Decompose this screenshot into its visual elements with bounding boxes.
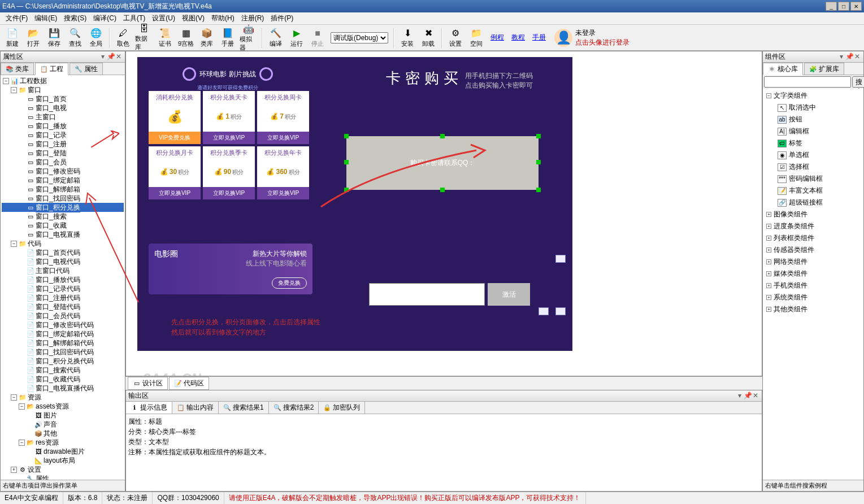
uninstall-button[interactable]: ✖卸载 (418, 26, 438, 50)
selected-label-component[interactable]: 购买卡密请联系QQ： (346, 136, 539, 190)
tab-properties[interactable]: 🔧属性 (70, 63, 103, 75)
tree-toggle-icon[interactable]: + (766, 295, 771, 300)
tree-toggle-icon[interactable]: − (11, 394, 17, 401)
panel-dropdown-icon[interactable]: ▾ (736, 392, 744, 400)
promo-card[interactable]: 电影圈 新热大片等你解锁线上线下电影随心看 免费兑换 (149, 244, 312, 294)
tree-code-item[interactable]: 📄窗口_播放代码 (2, 275, 124, 284)
component-search-input[interactable] (764, 76, 851, 88)
activate-button[interactable]: 激活 (488, 283, 530, 306)
manual-link[interactable]: 手册 (529, 33, 549, 42)
tab-code[interactable]: 📝代码区 (169, 377, 209, 390)
tree-window-item[interactable]: ▭窗口_登陆 (2, 149, 124, 158)
component-item[interactable]: 🏷标签 (764, 137, 862, 149)
tree-toggle-icon[interactable]: − (3, 78, 9, 84)
tab-output[interactable]: 📋输出内容 (172, 402, 219, 414)
tree-code-item[interactable]: 📄窗口_搜索代码 (2, 366, 124, 375)
component-item[interactable]: ***密码编辑框 (764, 173, 862, 185)
component-item[interactable]: ◉单选框 (764, 149, 862, 161)
tree-code-item[interactable]: 📄窗口_记录代码 (2, 284, 124, 293)
tree-code-item[interactable]: 📄窗口_登陆代码 (2, 302, 124, 311)
component-group[interactable]: +媒体类组件 (764, 268, 862, 280)
db-button[interactable]: 🗄数据库 (134, 26, 154, 50)
component-group[interactable]: +进度条类组件 (764, 220, 862, 232)
tree-res-item[interactable]: 🖼图片 (2, 411, 124, 420)
install-button[interactable]: ⬇安装 (397, 26, 418, 50)
tree-code-item[interactable]: 📄窗口_电视代码 (2, 257, 124, 266)
tree-toggle-icon[interactable]: − (19, 440, 25, 446)
component-tree[interactable]: −文字类组件↖取消选中ab按钮A|编辑框🏷标签◉单选框☑选择框***密码编辑框📝… (763, 89, 863, 480)
tab-hint[interactable]: ℹ提示信息 (126, 402, 172, 414)
card-year[interactable]: 积分兑换年卡💰360积分立即兑换VIP (257, 146, 309, 199)
tree-code-item[interactable]: 📄主窗口代码 (2, 266, 124, 275)
menu-compile[interactable]: 编译(C) (90, 12, 120, 24)
card-month[interactable]: 积分兑换月卡💰30积分立即兑换VIP (149, 146, 201, 199)
tree-code-item[interactable]: 📄窗口_绑定邮箱代码 (2, 329, 124, 338)
lib-button[interactable]: 📦类库 (197, 26, 217, 50)
tree-code-item[interactable]: 📄窗口_会员代码 (2, 311, 124, 320)
tree-code-item[interactable]: 📄窗口_收藏代码 (2, 375, 124, 384)
tutorials-link[interactable]: 教程 (508, 33, 528, 42)
tab-encrypt[interactable]: 🔒加密队列 (319, 402, 365, 414)
card-season[interactable]: 积分兑换季卡💰90积分立即兑换VIP (203, 146, 255, 199)
tab-project[interactable]: 📋工程 (35, 63, 68, 75)
promo-button[interactable]: 免费兑换 (272, 277, 307, 289)
tree-window-item[interactable]: ▭窗口_会员 (2, 158, 124, 167)
tree-toggle-icon[interactable]: − (766, 93, 771, 98)
tree-toggle-icon[interactable]: + (766, 224, 771, 229)
tree-window-item[interactable]: ▭窗口_首页 (2, 94, 124, 103)
user-avatar[interactable]: 👤 (554, 29, 572, 47)
tree-res-folder[interactable]: −📁资源 (2, 393, 124, 402)
tree-code-folder[interactable]: −📁代码 (2, 239, 124, 248)
manual-button[interactable]: 📘手册 (218, 26, 238, 50)
tree-window-item[interactable]: ▭窗口_修改密码 (2, 167, 124, 176)
tree-window-item[interactable]: ▭窗口_播放 (2, 121, 124, 131)
card-key-input[interactable] (369, 283, 485, 306)
examples-link[interactable]: 例程 (487, 33, 507, 42)
component-item[interactable]: 🔗超级链接框 (764, 197, 862, 208)
tree-window-item[interactable]: ▭窗口_解绑邮箱 (2, 185, 124, 194)
tree-window-item[interactable]: ▭窗口_电视直播 (2, 230, 124, 239)
tree-toggle-icon[interactable]: + (766, 212, 771, 217)
component-group[interactable]: +列表框类组件 (764, 232, 862, 244)
tree-toggle-icon[interactable]: + (766, 307, 771, 312)
tree-window-item[interactable]: ▭窗口_积分兑换 (2, 203, 124, 212)
ninegrid-button[interactable]: ▦9宫格 (176, 26, 196, 50)
emulator-button[interactable]: 🤖模拟器 (238, 26, 259, 50)
project-tree[interactable]: −📊工程数据−📁窗口▭窗口_首页▭窗口_电视▭主窗口▭窗口_播放▭窗口_记录▭窗… (1, 75, 125, 480)
tree-code-item[interactable]: 📄窗口_修改密码代码 (2, 320, 124, 329)
tab-search2[interactable]: 🔍搜索结果2 (269, 402, 319, 414)
group-text-components[interactable]: −文字类组件 (764, 90, 862, 102)
minimize-button[interactable]: _ (826, 2, 837, 11)
menu-help[interactable]: 帮助(H) (208, 12, 238, 24)
panel-pin-icon[interactable]: 📌 (845, 53, 853, 61)
tree-attrs[interactable]: 🔧属性 (2, 474, 124, 480)
new-button[interactable]: 📄新建 (2, 26, 23, 50)
tree-code-item[interactable]: 📄窗口_解绑邮箱代码 (2, 338, 124, 347)
tree-windows-folder[interactable]: −📁窗口 (2, 85, 124, 94)
save-button[interactable]: 💾保存 (44, 26, 64, 50)
card-week[interactable]: 积分兑换周卡💰7积分立即兑换VIP (257, 91, 309, 144)
tree-code-item[interactable]: 📄窗口_积分兑换代码 (2, 357, 124, 366)
tree-toggle-icon[interactable]: + (766, 283, 771, 288)
tree-assets-folder[interactable]: −📂assets资源 (2, 402, 124, 411)
selection-handle[interactable] (344, 188, 349, 192)
menu-edit[interactable]: 编辑(E) (31, 12, 60, 24)
tree-toggle-icon[interactable]: + (11, 467, 17, 473)
menu-plugin[interactable]: 插件(P) (267, 12, 297, 24)
tree-window-item[interactable]: ▭窗口_注册 (2, 140, 124, 149)
panel-close-icon[interactable]: ✕ (853, 53, 861, 61)
cert-button[interactable]: 📜证书 (155, 26, 175, 50)
component-group[interactable]: +网络类组件 (764, 256, 862, 268)
tree-toggle-icon[interactable]: + (766, 271, 771, 276)
panel-close-icon[interactable]: ✕ (115, 53, 123, 61)
selection-handle[interactable] (440, 134, 445, 138)
component-group[interactable]: +传感器类组件 (764, 244, 862, 256)
tab-core-lib[interactable]: ⚛核心库 (763, 63, 803, 75)
tree-window-item[interactable]: ▭窗口_找回密码 (2, 194, 124, 203)
build-mode-select[interactable]: 调试版(Debug) (331, 32, 388, 44)
component-marker-icon[interactable] (555, 255, 566, 263)
maximize-button[interactable]: □ (838, 2, 849, 11)
tree-res-item[interactable]: 📐layout布局 (2, 456, 124, 465)
output-body[interactable]: 属性：标题 分类：核心类库---标签 类型：文本型 注释：本属性指定或获取相应组… (126, 414, 762, 491)
component-marker-icon[interactable] (539, 307, 549, 315)
